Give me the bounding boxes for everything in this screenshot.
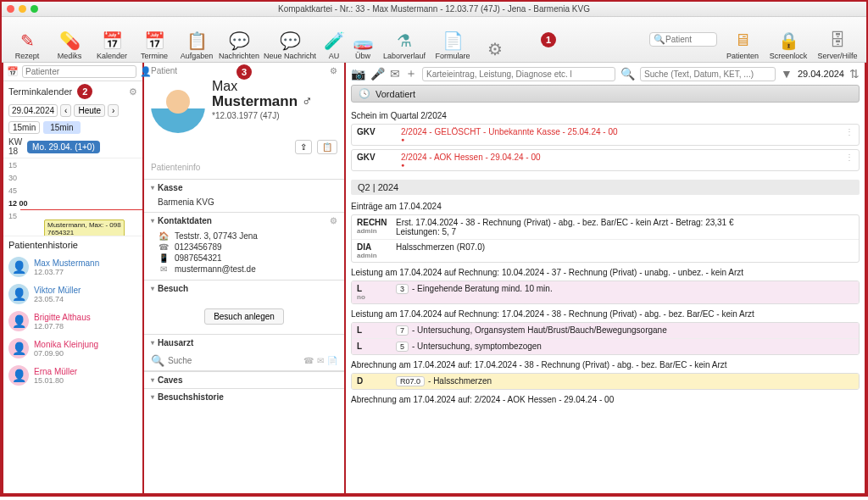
gear-icon[interactable]: ⚙ — [129, 86, 137, 97]
now-line — [20, 209, 142, 210]
acc-kontakt[interactable]: Kontaktdaten⚙ — [144, 213, 344, 229]
mail-icon[interactable]: ✉ — [390, 67, 400, 81]
badge-3: 3 — [236, 64, 252, 80]
phone-icon[interactable]: ☎ — [303, 356, 314, 365]
gear-icon[interactable]: ⚙ — [330, 216, 337, 225]
tb-screenlock[interactable]: 🔒Screenlock — [768, 19, 809, 60]
history-name: Brigitte Althaus — [34, 313, 91, 322]
avatar: 👤 — [8, 257, 29, 277]
close-icon[interactable] — [7, 5, 14, 13]
tb-neue-nachricht[interactable]: 💬Neue Nachricht — [261, 19, 319, 60]
chart-search[interactable] — [640, 67, 776, 81]
window-titlebar: Kompaktkartei - Nr.: 33 - Max Mustermann… — [2, 2, 866, 17]
history-row[interactable]: 👤Erna Müller15.01.80 — [3, 362, 142, 389]
history-date: 15.01.80 — [34, 376, 77, 385]
note-button[interactable]: 📋 — [317, 140, 337, 154]
chart-date[interactable]: 29.04.2024 — [798, 69, 844, 79]
hausarzt-search[interactable] — [168, 356, 300, 365]
timeline[interactable]: 15 30 45 12 00 15 Mustermann, Max: - 098… — [3, 158, 142, 236]
history-date: 12.07.78 — [34, 322, 91, 331]
plus-icon[interactable]: ＋ — [405, 66, 417, 81]
history-row[interactable]: 👤Max Mustermann12.03.77 — [3, 253, 142, 281]
history-row[interactable]: 👤Viktor Müller23.05.74 — [3, 281, 142, 308]
home-icon: 🏠 — [158, 231, 170, 241]
acc-hausarzt[interactable]: Hausarzt — [144, 335, 344, 351]
tb-serverhilfe[interactable]: 🗄Server/Hilfe — [814, 19, 861, 60]
toolbar-search-input[interactable] — [665, 35, 713, 44]
entry-rechn[interactable]: RECHNadmin Erst. 17.04.2024 - 38 - Rechn… — [352, 215, 859, 240]
cal-mini-icon[interactable]: 📅 — [7, 66, 19, 77]
tb-termine[interactable]: 📅Termine — [134, 19, 175, 60]
mic-icon[interactable]: 🎤 — [370, 67, 385, 81]
main-toolbar: ✎Rezept 💊Mediks 📅Kalender 📅Termine 📋Aufg… — [2, 17, 866, 63]
share-button[interactable]: ⇪ — [295, 140, 312, 154]
acc-kasse[interactable]: Kasse — [144, 180, 344, 196]
vordatiert-bar[interactable]: 🕓Vordatiert — [351, 85, 860, 103]
toolbar-search[interactable]: 🔍 — [649, 32, 717, 47]
interval-select[interactable]: 15min — [8, 121, 40, 134]
entry-leistung[interactable]: Lno 3- Eingehende Beratung mind. 10 min. — [352, 281, 859, 303]
tb-au[interactable]: 🧪AU — [320, 19, 348, 60]
history-row[interactable]: 👤Brigitte Althaus12.07.78 — [3, 308, 142, 335]
avatar — [151, 79, 205, 133]
prev-day-button[interactable]: ‹ — [60, 104, 71, 117]
patient-last: Mustermann ♂ — [212, 93, 313, 109]
acc-caves[interactable]: Caves — [144, 372, 344, 388]
acc-besuchshistorie[interactable]: Besuchshistorie — [144, 389, 344, 405]
tb-rezept[interactable]: ✎Rezept — [7, 19, 47, 60]
patient-info-ph[interactable]: Patienteninfo — [144, 159, 344, 179]
badge-1: 1 — [541, 32, 556, 47]
entry-leistung[interactable]: L 5- Untersuchung, symptombezogen — [352, 339, 859, 354]
tb-mediks[interactable]: 💊Mediks — [49, 19, 90, 60]
history-date: 12.03.77 — [34, 268, 99, 276]
mobile-icon: 📱 — [158, 253, 170, 263]
entry-leistung[interactable]: L 7- Untersuchung, Organsystem Haut/Brus… — [352, 323, 859, 339]
minimize-icon[interactable] — [19, 5, 26, 13]
camera-icon[interactable]: 📷 — [351, 67, 365, 81]
history-date: 23.05.74 — [34, 295, 81, 303]
avatar: 👤 — [8, 311, 29, 331]
avatar: 👤 — [8, 284, 29, 304]
tb-uebw[interactable]: 🧫Übw — [349, 19, 376, 60]
tb-patienten[interactable]: 🖥Patienten — [722, 19, 763, 60]
more-icon[interactable]: ⋮ — [845, 127, 854, 136]
acc-besuch[interactable]: Besuch — [144, 281, 344, 297]
schein-row[interactable]: GKV 2/2024 - GELÖSCHT - Unbekannte Kasse… — [351, 124, 860, 146]
history-name: Max Mustermann — [34, 258, 99, 268]
mail-icon: ✉ — [158, 264, 170, 274]
more-icon[interactable]: ⋮ — [845, 153, 854, 162]
tb-kalender[interactable]: 📅Kalender — [92, 19, 132, 60]
day-pill[interactable]: Mo. 29.04. (1+0) — [27, 141, 100, 153]
schein-row[interactable]: GKV 2/2024 - AOK Hessen - 29.04.24 - 00●… — [351, 149, 860, 171]
mail-icon[interactable]: ✉ — [317, 356, 324, 365]
stepper-icon[interactable]: ⇅ — [849, 67, 860, 81]
calendar-date[interactable]: 29.04.2024 — [8, 104, 58, 117]
next-day-button[interactable]: › — [108, 104, 119, 117]
interval-active[interactable]: 15min — [43, 121, 80, 134]
entry-input[interactable] — [422, 67, 615, 81]
phone-icon: ☎ — [158, 242, 170, 252]
avatar: 👤 — [8, 338, 29, 358]
doc-icon[interactable]: 📄 — [327, 356, 337, 365]
history-row[interactable]: 👤Monika Kleinjung07.09.90 — [3, 335, 142, 362]
patient-filter-input[interactable] — [22, 65, 136, 78]
tb-formulare-gear[interactable]: ⚙ — [475, 19, 515, 60]
badge-2: 2 — [77, 84, 92, 99]
gear-icon[interactable]: ⚙ — [330, 66, 337, 75]
patient-first: Max — [212, 79, 313, 94]
tb-formulare[interactable]: 📄Formulare — [432, 19, 473, 60]
kasse-value: Barmenia KVG — [144, 196, 344, 212]
filter-icon[interactable]: ▼ — [781, 67, 793, 81]
entry-diagnose[interactable]: D R07.0- Halsschmerzen — [352, 374, 859, 389]
besuch-anlegen-button[interactable]: Besuch anlegen — [204, 308, 284, 325]
clock-icon: 🕓 — [359, 88, 370, 99]
maximize-icon[interactable] — [31, 5, 38, 13]
appointment[interactable]: Mustermann, Max: - 0987654321 — [44, 219, 125, 236]
history-name: Viktor Müller — [34, 286, 81, 295]
tb-laborverlauf[interactable]: ⚗Laborverlauf — [378, 19, 431, 60]
entry-dia[interactable]: DIAadmin Halsschmerzen (R07.0) — [352, 240, 859, 262]
today-button[interactable]: Heute — [74, 104, 105, 117]
history-title: Patientenhistorie — [3, 236, 142, 253]
tb-nachrichten[interactable]: 💬Nachrichten — [219, 19, 259, 60]
tb-aufgaben[interactable]: 📋Aufgaben — [176, 19, 217, 60]
